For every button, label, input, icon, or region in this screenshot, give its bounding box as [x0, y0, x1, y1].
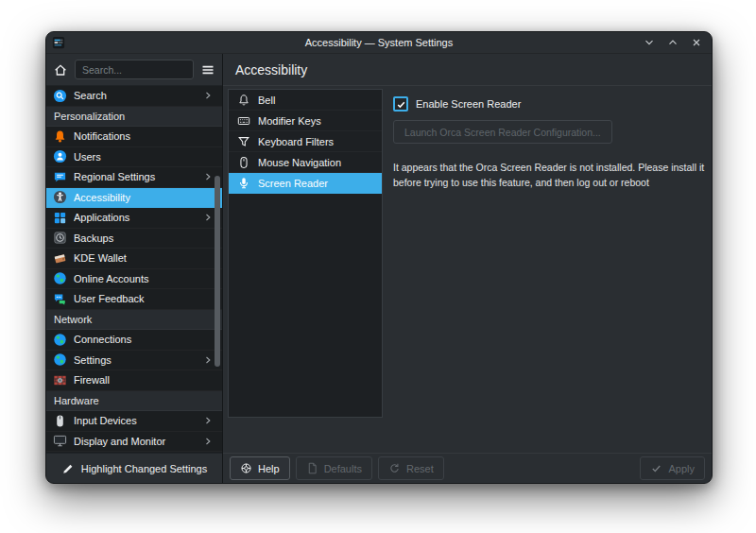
footer-toolbar: Help Defaults Reset Apply — [223, 453, 712, 483]
window-title: Accessibility — System Settings — [46, 37, 712, 48]
sidebar-item-display-and-monitor[interactable]: Display and Monitor — [46, 432, 222, 453]
users-icon — [53, 149, 67, 163]
screen-reader-icon — [237, 177, 250, 190]
keyboard-filters-icon — [237, 135, 250, 148]
sidebar-item-audio[interactable]: Audio — [46, 452, 222, 453]
sidebar-scrollbar[interactable] — [215, 176, 220, 367]
close-icon[interactable] — [691, 37, 702, 48]
tab-label: Keyboard Filters — [258, 136, 334, 147]
highlight-changed-settings-label: Highlight Changed Settings — [81, 463, 207, 474]
home-icon[interactable] — [53, 62, 68, 77]
defaults-icon — [306, 462, 318, 474]
sidebar-item-regional-settings[interactable]: Regional Settings — [46, 167, 222, 188]
enable-screen-reader-row: Enable Screen Reader — [393, 96, 705, 112]
sidebar-item-label: Settings — [74, 354, 196, 366]
mouse-navigation-icon — [237, 156, 250, 169]
sidebar-item-users[interactable]: Users — [46, 147, 222, 168]
accessibility-icon — [53, 190, 67, 204]
search-input[interactable] — [75, 60, 194, 79]
launch-orca-configuration-button[interactable]: Launch Orca Screen Reader Configuration.… — [393, 120, 612, 144]
notifications-icon — [53, 129, 67, 144]
reset-button[interactable]: Reset — [378, 456, 444, 480]
check-icon — [396, 99, 406, 110]
enable-screen-reader-checkbox[interactable] — [393, 96, 408, 112]
chevron-right-icon — [202, 90, 214, 101]
sidebar-section-hardware: Hardware — [46, 391, 222, 412]
tab-screen-reader[interactable]: Screen Reader — [229, 173, 382, 194]
apply-icon — [650, 462, 662, 474]
sidebar-item-firewall[interactable]: Firewall — [46, 370, 222, 391]
network-settings-icon — [53, 352, 67, 367]
highlight-changed-settings-button[interactable]: Highlight Changed Settings — [46, 453, 222, 483]
orca-not-installed-message: It appears that the Orca Screen Reader i… — [393, 160, 705, 191]
system-settings-window: Accessibility — System Settings SearchPe… — [45, 31, 713, 484]
sidebar-item-label: Search — [74, 90, 196, 101]
sidebar-item-kde-wallet[interactable]: KDE Wallet — [46, 249, 222, 269]
sidebar-item-search[interactable]: Search — [46, 86, 222, 107]
screen-reader-panel: Enable Screen Reader Launch Orca Screen … — [393, 88, 705, 453]
apply-button[interactable]: Apply — [640, 456, 705, 480]
firewall-icon — [53, 373, 67, 387]
sidebar-item-label: Backups — [74, 232, 215, 244]
online-accounts-icon — [53, 271, 67, 285]
content-area: Accessibility BellModifier KeysKeyboard … — [223, 54, 712, 483]
maximize-icon[interactable] — [667, 37, 679, 48]
sidebar-item-user-feedback[interactable]: User Feedback — [46, 289, 222, 310]
enable-screen-reader-label: Enable Screen Reader — [416, 98, 521, 110]
sidebar-item-input-devices[interactable]: Input Devices — [46, 411, 222, 432]
hamburger-menu-icon[interactable] — [200, 62, 215, 77]
pencil-icon — [61, 462, 75, 475]
chevron-right-icon — [202, 415, 214, 426]
sidebar-section-personalization: Personalization — [46, 107, 222, 128]
tab-mouse-navigation[interactable]: Mouse Navigation — [229, 152, 382, 173]
input-devices-icon — [53, 414, 67, 428]
sidebar-item-applications[interactable]: Applications — [46, 208, 222, 229]
tab-bell[interactable]: Bell — [229, 90, 382, 111]
sidebar-item-label: Online Accounts — [74, 273, 215, 284]
minimize-icon[interactable] — [644, 37, 655, 48]
kde-wallet-icon — [53, 251, 67, 266]
bell-icon — [237, 94, 250, 107]
sidebar-item-online-accounts[interactable]: Online Accounts — [46, 269, 222, 290]
sidebar-item-label: Applications — [74, 212, 196, 223]
sidebar-item-label: KDE Wallet — [74, 252, 215, 264]
search-icon — [53, 89, 67, 103]
sidebar-item-label: Accessibility — [74, 192, 215, 203]
sidebar-item-label: Connections — [74, 334, 215, 345]
sidebar-category-list: SearchPersonalizationNotificationsUsersR… — [46, 86, 222, 453]
tab-modifier-keys[interactable]: Modifier Keys — [229, 111, 382, 131]
sidebar-item-label: Regional Settings — [74, 171, 196, 182]
sidebar-item-settings[interactable]: Settings — [46, 351, 222, 371]
sidebar-toolbar — [46, 54, 222, 86]
page-header: Accessibility — [223, 54, 712, 86]
chevron-right-icon — [202, 436, 214, 447]
help-icon — [240, 462, 252, 474]
page-title: Accessibility — [235, 62, 307, 77]
defaults-button[interactable]: Defaults — [296, 456, 372, 480]
sidebar-item-label: Firewall — [74, 374, 215, 386]
titlebar[interactable]: Accessibility — System Settings — [46, 32, 712, 54]
regional-settings-icon — [53, 170, 67, 184]
sidebar-item-connections[interactable]: Connections — [46, 330, 222, 351]
chevron-right-icon — [202, 171, 214, 182]
tab-label: Mouse Navigation — [258, 157, 341, 168]
sidebar-item-label: Notifications — [74, 130, 215, 142]
sidebar-item-label: Display and Monitor — [74, 436, 196, 447]
sidebar-item-accessibility[interactable]: Accessibility — [46, 188, 222, 209]
accessibility-tab-list: BellModifier KeysKeyboard FiltersMouse N… — [228, 89, 383, 418]
tab-label: Bell — [258, 95, 275, 106]
sidebar-item-notifications[interactable]: Notifications — [46, 127, 222, 147]
user-feedback-icon — [53, 292, 67, 306]
sidebar-item-label: Users — [74, 151, 215, 163]
connections-icon — [53, 333, 67, 347]
sidebar-item-backups[interactable]: Backups — [46, 229, 222, 249]
tab-label: Screen Reader — [258, 178, 328, 189]
modifier-keys-icon — [237, 114, 250, 128]
sidebar-item-label: Input Devices — [74, 415, 196, 426]
sidebar: SearchPersonalizationNotificationsUsersR… — [46, 54, 223, 483]
display-monitor-icon — [53, 434, 67, 448]
applications-icon — [53, 211, 67, 225]
tab-keyboard-filters[interactable]: Keyboard Filters — [229, 131, 382, 152]
help-button[interactable]: Help — [230, 456, 290, 480]
tab-label: Modifier Keys — [258, 115, 321, 127]
